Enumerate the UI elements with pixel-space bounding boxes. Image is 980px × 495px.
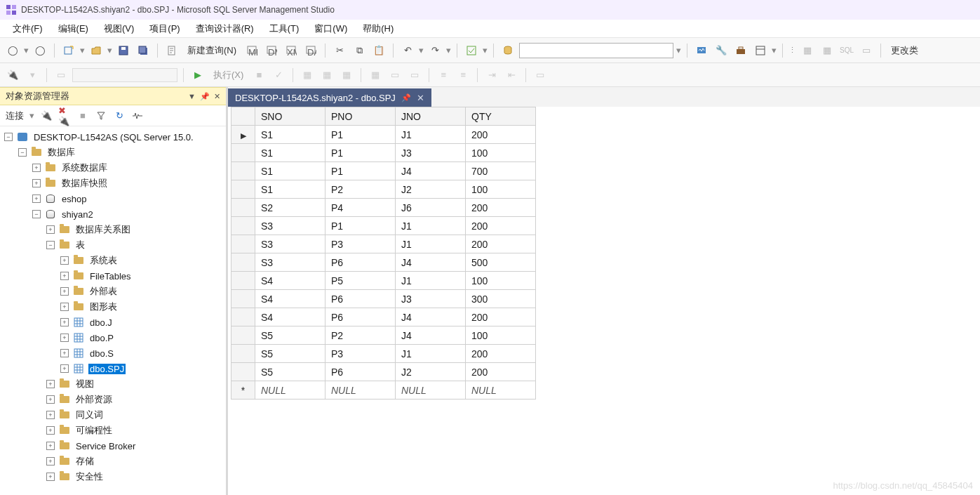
table-row[interactable]: S3P3J1200	[231, 235, 536, 253]
cell[interactable]: 100	[466, 326, 536, 345]
cell[interactable]: J2	[396, 180, 466, 199]
copy-icon[interactable]: ⧉	[351, 42, 368, 59]
window-layout-icon[interactable]	[752, 42, 769, 59]
cell[interactable]: S2	[255, 199, 325, 217]
row-header[interactable]: ▶	[231, 126, 255, 144]
close-icon[interactable]: ✕	[214, 92, 220, 101]
tree-db-snapshots[interactable]: +数据库快照	[3, 176, 224, 191]
row-header[interactable]	[231, 308, 255, 326]
open-icon[interactable]	[88, 42, 105, 59]
menu-edit[interactable]: 编辑(E)	[51, 21, 95, 37]
cell[interactable]: J4	[396, 308, 466, 326]
table-row[interactable]: S1P2J2100	[231, 180, 536, 199]
col-sno[interactable]: SNO	[255, 107, 325, 126]
cell[interactable]: S3	[255, 235, 325, 253]
tab-pin-icon[interactable]: 📌	[401, 93, 411, 103]
cell[interactable]: S4	[255, 290, 325, 308]
row-header[interactable]	[231, 363, 255, 381]
cell[interactable]: P6	[325, 253, 396, 272]
cell[interactable]: J1	[396, 235, 466, 253]
cell[interactable]: J1	[396, 345, 466, 363]
tree-sys-tables[interactable]: +系统表	[3, 253, 224, 268]
cell-null[interactable]: NULL	[255, 381, 325, 400]
save-all-icon[interactable]	[135, 42, 152, 59]
menu-query-designer[interactable]: 查询设计器(R)	[189, 21, 261, 37]
cell[interactable]: J1	[396, 217, 466, 235]
tree-sys-databases[interactable]: +系统数据库	[3, 160, 224, 176]
col-pno[interactable]: PNO	[325, 107, 396, 126]
pin-icon[interactable]: 📌	[200, 92, 210, 101]
cell[interactable]: P1	[325, 144, 396, 162]
check-icon[interactable]	[463, 42, 480, 59]
pulse-icon[interactable]	[131, 110, 144, 122]
save-icon[interactable]	[115, 42, 132, 59]
new-query-icon[interactable]	[163, 42, 180, 59]
cell[interactable]: P6	[325, 308, 396, 326]
wrench-icon[interactable]: 🔧	[713, 42, 730, 59]
cell[interactable]: J1	[396, 272, 466, 290]
cell[interactable]: S1	[255, 126, 325, 144]
cell-null[interactable]: NULL	[325, 381, 396, 400]
cell-null[interactable]: NULL	[466, 381, 536, 400]
row-header[interactable]	[231, 217, 255, 235]
row-header[interactable]	[231, 253, 255, 272]
tree-table-p[interactable]: +dbo.P	[3, 330, 224, 345]
tab-close-icon[interactable]: ✕	[417, 93, 424, 103]
cell[interactable]: 200	[466, 235, 536, 253]
activity-monitor-icon[interactable]	[693, 42, 710, 59]
cell[interactable]: P4	[325, 199, 396, 217]
row-header[interactable]	[231, 326, 255, 345]
tree-graph-tables[interactable]: +图形表	[3, 299, 224, 315]
cell[interactable]: S1	[255, 162, 325, 180]
cell[interactable]: P2	[325, 180, 396, 199]
nav-back-icon[interactable]: ◯	[4, 42, 21, 59]
cell[interactable]: S5	[255, 345, 325, 363]
tree-databases[interactable]: −数据库	[3, 145, 224, 160]
cell[interactable]: S1	[255, 144, 325, 162]
cell[interactable]: 100	[466, 180, 536, 199]
tree-external-tables[interactable]: +外部表	[3, 284, 224, 299]
table-row[interactable]: S5P3J1200	[231, 345, 536, 363]
cell[interactable]: S3	[255, 253, 325, 272]
dmx-icon[interactable]: DMX	[263, 42, 280, 59]
row-header[interactable]	[231, 144, 255, 162]
tree-table-spj[interactable]: +dbo.SPJ	[3, 361, 224, 376]
cell[interactable]: S1	[255, 180, 325, 199]
table-row[interactable]: S4P6J4200	[231, 308, 536, 326]
cell[interactable]: 500	[466, 253, 536, 272]
col-qty[interactable]: QTY	[466, 107, 536, 126]
cell[interactable]: P6	[325, 363, 396, 381]
xmla-icon[interactable]: XMLA	[283, 42, 300, 59]
menu-tools[interactable]: 工具(T)	[262, 21, 307, 37]
nav-forward-icon[interactable]: ◯	[32, 42, 48, 59]
undo-icon[interactable]: ↶	[399, 42, 416, 59]
cell[interactable]: P3	[325, 345, 396, 363]
row-header[interactable]	[231, 199, 255, 217]
cell[interactable]: J6	[396, 199, 466, 217]
connect-label[interactable]: 连接	[6, 110, 24, 122]
row-header[interactable]	[231, 180, 255, 199]
tree-service-broker[interactable]: +Service Broker	[3, 438, 224, 454]
cell[interactable]: P3	[325, 235, 396, 253]
table-row[interactable]: S3P6J4500	[231, 253, 536, 272]
connect-plug-icon[interactable]: 🔌	[40, 110, 53, 122]
tree-programmability[interactable]: +可编程性	[3, 423, 224, 438]
redo-icon[interactable]: ↷	[427, 42, 443, 59]
cell[interactable]: S5	[255, 326, 325, 345]
table-row[interactable]: S2P4J6200	[231, 199, 536, 217]
table-row[interactable]: S5P2J4100	[231, 326, 536, 345]
cell[interactable]: 200	[466, 308, 536, 326]
table-row[interactable]: S5P6J2200	[231, 363, 536, 381]
cell[interactable]: S4	[255, 308, 325, 326]
cut-icon[interactable]: ✂	[331, 42, 348, 59]
cell[interactable]: 200	[466, 199, 536, 217]
cell[interactable]: 200	[466, 126, 536, 144]
tree-synonyms[interactable]: +同义词	[3, 407, 224, 423]
menu-window[interactable]: 窗口(W)	[307, 21, 354, 37]
document-tab[interactable]: DESKTOP-L1542AS.shiyan2 - dbo.SPJ 📌 ✕	[228, 88, 431, 107]
table-row[interactable]: S1P1J3100	[231, 144, 536, 162]
cell[interactable]: J3	[396, 290, 466, 308]
cell[interactable]: 200	[466, 363, 536, 381]
row-header[interactable]	[231, 162, 255, 180]
cell[interactable]: J1	[396, 126, 466, 144]
